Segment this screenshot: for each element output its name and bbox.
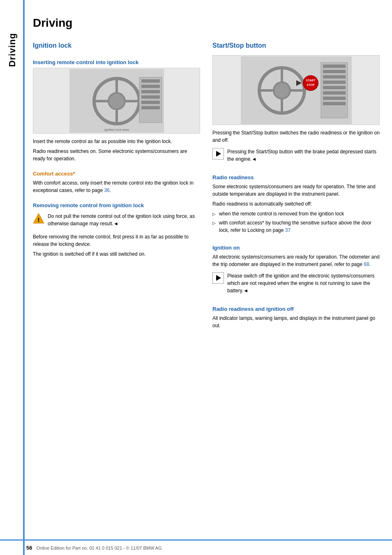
- svg-rect-13: [141, 106, 160, 109]
- warning-triangle-svg: !: [33, 213, 44, 224]
- sidebar: Driving: [0, 0, 25, 555]
- svg-rect-10: [141, 90, 160, 93]
- startstop-note-text: Pressing the Start/Stop button with the …: [227, 148, 380, 163]
- sidebar-label: Driving: [7, 33, 18, 67]
- svg-text:!: !: [38, 216, 40, 223]
- play-arrow-icon: [216, 151, 221, 157]
- footer-text: Online Edition for Part no. 01 41 0 015 …: [36, 546, 161, 550]
- comfort-page-link[interactable]: 36: [104, 187, 109, 193]
- footer: 56 Online Edition for Part no. 01 41 0 0…: [0, 539, 392, 555]
- svg-point-2: [108, 93, 125, 109]
- sidebar-bar: [23, 0, 25, 555]
- warning-icon: !: [33, 213, 44, 224]
- bullet-arrow-icon-2: ▷: [212, 220, 217, 226]
- inserting-heading: Inserting remote control into ignition l…: [33, 59, 200, 65]
- startstop-heading: Start/Stop button: [212, 42, 380, 49]
- svg-rect-36: [323, 102, 346, 105]
- svg-rect-33: [323, 86, 346, 89]
- svg-rect-11: [141, 95, 160, 99]
- startstop-note-box: Pressing the Start/Stop button with the …: [212, 148, 380, 165]
- main-content: Driving Ignition lock Inserting remote c…: [25, 0, 392, 555]
- radio-body1: Some electronic systems/consumers are re…: [212, 183, 380, 198]
- startstop-body: Pressing the Start/Stop button switches …: [212, 129, 380, 144]
- locking-page-link[interactable]: 37: [285, 227, 291, 233]
- svg-text:START: START: [306, 79, 316, 82]
- ignition-on-page-link[interactable]: 68: [364, 261, 369, 267]
- radio-ignition-off-heading: Radio readiness and ignition off: [212, 306, 380, 312]
- svg-rect-29: [323, 65, 346, 68]
- svg-point-19: [274, 82, 290, 99]
- note-icon: [212, 148, 224, 160]
- ignition-on-body1: All electronic systems/consumers are rea…: [212, 253, 380, 268]
- bullet-arrow-icon-1: ▷: [212, 211, 217, 217]
- ignition-on-note-text: Please switch off the ignition and the e…: [227, 272, 380, 294]
- radio-bullet2-text: with comfort access* by touching the sen…: [219, 219, 380, 234]
- page-number: 56: [26, 545, 32, 551]
- svg-rect-34: [323, 91, 346, 95]
- svg-rect-8: [141, 79, 160, 83]
- ignition-lock-svg: ignition lock area: [69, 69, 164, 133]
- svg-point-24: [303, 76, 318, 90]
- page-container: Driving Driving Ignition lock Inserting …: [0, 0, 392, 555]
- right-column: Start/Stop button START: [212, 42, 380, 332]
- radio-bullet-item-2: ▷ with comfort access* by touching the s…: [212, 219, 380, 234]
- ignition-on-note-box: Please switch off the ignition and the e…: [212, 272, 380, 297]
- svg-rect-31: [323, 75, 346, 79]
- svg-rect-9: [141, 85, 160, 88]
- svg-rect-35: [323, 97, 346, 100]
- radio-bullet-item-1: ▷ when the remote control is removed fro…: [212, 210, 380, 217]
- radio-readiness-heading: Radio readiness: [212, 174, 380, 180]
- removing-body2: The ignition is switched off if it was s…: [33, 250, 200, 258]
- warning-text: Do not pull the remote control out of th…: [48, 213, 200, 227]
- radio-body2: Radio readiness is automatically switche…: [212, 200, 380, 208]
- ignition-note-icon: [212, 272, 224, 284]
- warning-box: ! Do not pull the remote control out of …: [33, 213, 200, 230]
- svg-rect-7: [139, 77, 162, 123]
- ignition-lock-heading: Ignition lock: [33, 42, 200, 49]
- inserting-body1: Insert the remote control as far as poss…: [33, 138, 200, 145]
- removing-body1: Before removing the remote control, firs…: [33, 233, 200, 248]
- comfort-body-text: With comfort access, only insert the rem…: [33, 180, 194, 193]
- two-col-layout: Ignition lock Inserting remote control i…: [33, 42, 380, 332]
- inserting-body2: Radio readiness switches on. Some electr…: [33, 148, 200, 162]
- radio-bullet-list: ▷ when the remote control is removed fro…: [212, 210, 380, 236]
- comfort-body: With comfort access, only insert the rem…: [33, 179, 200, 194]
- radio-ignition-off-body: All indicator lamps, warning lamps, and …: [212, 314, 380, 329]
- comfort-heading: Comfort access*: [33, 171, 200, 177]
- svg-rect-12: [141, 101, 160, 104]
- ignition-on-heading: Ignition on: [212, 245, 380, 251]
- left-column: Ignition lock Inserting remote control i…: [33, 42, 200, 332]
- svg-text:STOP: STOP: [307, 83, 314, 86]
- ignition-play-arrow-icon: [216, 275, 221, 281]
- page-title: Driving: [33, 16, 380, 30]
- comfort-period: .: [110, 187, 111, 193]
- startstop-image: START STOP: [212, 55, 380, 125]
- svg-rect-30: [323, 70, 346, 73]
- startstop-svg: START STOP: [241, 56, 352, 124]
- svg-rect-32: [323, 81, 346, 84]
- svg-text:ignition lock area: ignition lock area: [104, 128, 129, 132]
- ignition-on-period: .: [369, 261, 371, 267]
- ignition-on-body1-text: All electronic systems/consumers are rea…: [212, 254, 380, 267]
- ignition-lock-image: ignition lock area: [33, 68, 200, 134]
- removing-heading: Removing remote control from ignition lo…: [33, 202, 200, 208]
- radio-bullet1-text: when the remote control is removed from …: [219, 210, 344, 217]
